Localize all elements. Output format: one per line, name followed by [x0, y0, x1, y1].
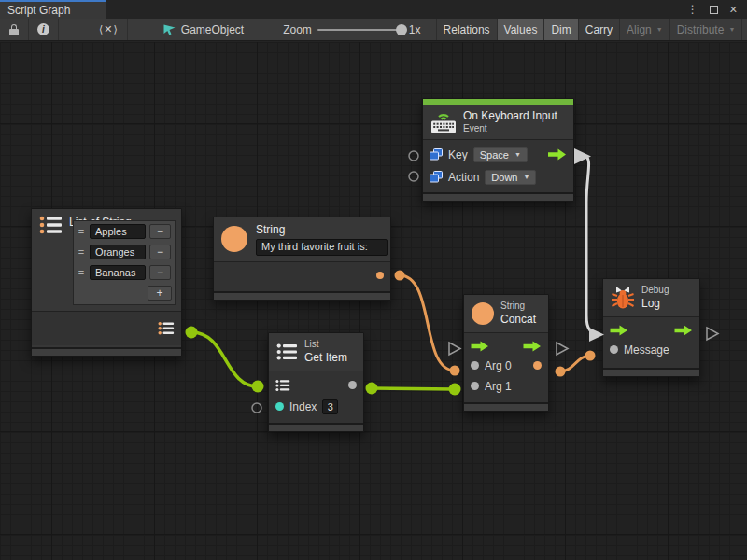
caret-down-icon: ▼	[656, 26, 663, 33]
tab-title: Script Graph	[7, 4, 70, 17]
maximize-icon[interactable]	[710, 6, 718, 14]
arg0-label: Arg 0	[485, 359, 512, 372]
kebab-menu-icon[interactable]: ⋮	[687, 4, 698, 15]
node-footer	[269, 423, 363, 431]
member-icon	[430, 148, 443, 161]
info-button[interactable]: i	[29, 19, 59, 40]
drag-handle-icon[interactable]: =	[77, 246, 86, 258]
message-port-label: Message	[624, 343, 669, 357]
wire-endpoint[interactable]	[585, 351, 596, 361]
overview-button[interactable]: Overview	[741, 19, 747, 40]
list-item-row: = Oranges −	[74, 242, 175, 262]
node-footer	[214, 291, 390, 300]
script-graph-window: Script Graph ⋮ ✕ i ⟨✕⟩ GameObject Zoom	[0, 0, 747, 560]
zoom-control: Zoom 1x	[275, 19, 428, 40]
event-color-bar	[423, 99, 573, 105]
relations-button[interactable]: Relations	[436, 19, 497, 40]
node-footer	[603, 368, 699, 376]
index-input-port[interactable]	[275, 402, 284, 411]
node-list-of-string[interactable]: List of String = Apples − = Oranges − = …	[31, 208, 182, 357]
remove-item-button[interactable]: −	[149, 245, 171, 259]
wire-endpoint[interactable]	[556, 367, 566, 377]
node-concat[interactable]: String Concat Arg 0	[463, 294, 549, 412]
list-icon	[276, 343, 298, 361]
node-debug-log[interactable]: Debug Log Message	[602, 278, 700, 377]
unconnected-value-port[interactable]	[409, 172, 418, 181]
unconnected-value-port[interactable]	[409, 151, 418, 161]
values-button[interactable]: Values	[497, 19, 544, 40]
node-footer	[423, 192, 573, 201]
zoom-label: Zoom	[283, 23, 312, 36]
control-output-arrow[interactable]	[523, 341, 542, 352]
gameobject-selector[interactable]: GameObject	[156, 19, 251, 40]
control-output-arrow[interactable]	[674, 325, 693, 336]
unconnected-control-triangle[interactable]	[449, 343, 460, 355]
dim-button[interactable]: Dim	[543, 19, 577, 40]
arg1-input-port[interactable]	[471, 382, 479, 390]
wire-concat-to-log[interactable]	[560, 356, 590, 371]
message-input-port[interactable]	[610, 345, 618, 354]
wire-endpoint[interactable]	[450, 366, 460, 376]
control-output-arrow[interactable]	[547, 148, 567, 161]
node-title: String	[256, 223, 388, 237]
node-title: On Keyboard Input	[463, 109, 557, 123]
wire-list-to-getitem[interactable]	[191, 332, 258, 386]
string-value-field[interactable]: My third favorite fruit is:	[256, 239, 388, 256]
lock-button[interactable]	[0, 19, 29, 40]
index-value-field[interactable]: 3	[322, 399, 338, 414]
action-port-row: Action Down ▼	[423, 166, 573, 189]
string-output-port[interactable]	[376, 272, 384, 279]
graph-canvas[interactable]: On Keyboard Input Event Key Space ▼	[0, 42, 747, 560]
drag-handle-icon[interactable]: =	[77, 226, 86, 237]
distribute-dropdown[interactable]: Distribute▼	[669, 19, 742, 40]
node-on-keyboard-input[interactable]: On Keyboard Input Event Key Space ▼	[422, 98, 574, 202]
keyboard-icon	[430, 110, 457, 133]
wire-endpoint[interactable]	[186, 327, 198, 339]
add-item-button[interactable]: +	[148, 286, 172, 301]
wire-event-to-log[interactable]	[585, 156, 600, 334]
control-input-arrow[interactable]	[471, 341, 489, 352]
unconnected-value-port[interactable]	[252, 403, 261, 413]
key-port-row: Key Space ▼	[423, 144, 573, 166]
arg0-input-port[interactable]	[471, 361, 479, 370]
align-dropdown[interactable]: Align▼	[619, 19, 669, 40]
caret-down-icon: ▼	[523, 174, 529, 180]
tab-script-graph[interactable]: Script Graph	[0, 0, 106, 19]
zoom-slider-handle[interactable]	[396, 24, 407, 35]
list-inline-editor: = Apples − = Oranges − = Bananas − +	[73, 220, 176, 305]
lock-icon	[8, 23, 20, 36]
wire-endpoint[interactable]	[252, 381, 264, 393]
wire-endpoint[interactable]	[366, 383, 378, 395]
list-item-field[interactable]: Bananas	[90, 265, 146, 280]
drag-handle-icon[interactable]: =	[77, 267, 86, 278]
carry-button[interactable]: Carry	[578, 19, 619, 40]
control-input-arrow[interactable]	[610, 325, 628, 336]
remove-item-button[interactable]: −	[149, 224, 171, 239]
wire-string-to-concat[interactable]	[400, 275, 455, 371]
item-output-port[interactable]	[348, 381, 357, 389]
wire-start-triangle[interactable]	[574, 148, 591, 164]
node-get-item[interactable]: List Get Item Index 3	[268, 332, 364, 432]
code-view-button[interactable]: ⟨✕⟩	[91, 19, 128, 40]
list-output-port[interactable]	[158, 321, 175, 336]
node-title: Log	[641, 297, 669, 311]
node-category: Debug	[641, 285, 669, 297]
key-value-dropdown[interactable]: Space ▼	[473, 147, 528, 162]
close-icon[interactable]: ✕	[729, 5, 738, 15]
list-icon	[39, 215, 63, 235]
zoom-slider[interactable]	[317, 29, 403, 31]
wire-endpoint[interactable]	[395, 271, 405, 281]
unconnected-control-triangle[interactable]	[557, 343, 568, 355]
wire-getitem-to-concat[interactable]	[372, 388, 455, 389]
unconnected-control-triangle[interactable]	[707, 328, 718, 340]
node-string-literal[interactable]: String My third favorite fruit is:	[213, 217, 391, 301]
action-value-dropdown[interactable]: Down ▼	[485, 170, 536, 185]
wire-endpoint[interactable]	[449, 384, 461, 396]
remove-item-button[interactable]: −	[149, 265, 171, 280]
key-port-label: Key	[448, 148, 468, 161]
list-item-field[interactable]: Apples	[90, 224, 146, 239]
list-item-field[interactable]: Oranges	[90, 245, 146, 259]
node-title: Concat	[500, 313, 536, 327]
list-input-port[interactable]	[275, 379, 290, 392]
result-output-port[interactable]	[533, 361, 542, 370]
